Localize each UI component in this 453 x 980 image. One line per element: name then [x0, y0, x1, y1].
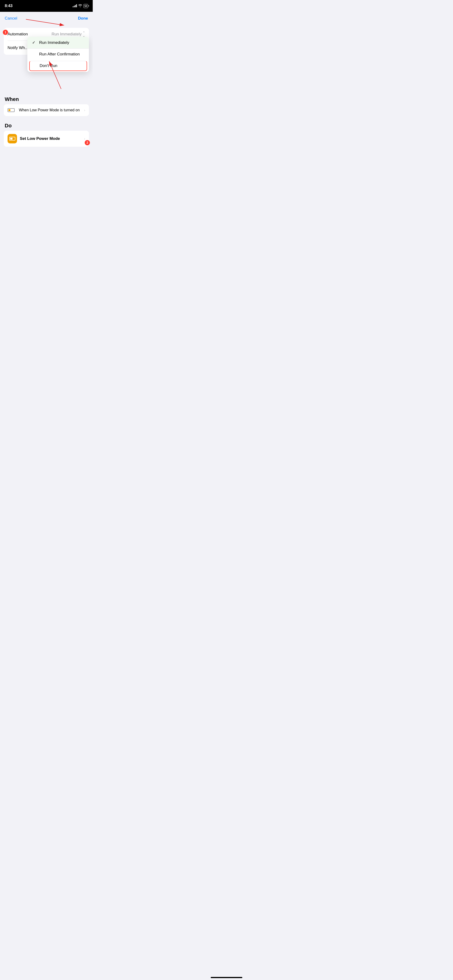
wifi-icon — [78, 4, 82, 8]
do-row[interactable]: Set Low Power Mode › — [4, 130, 89, 147]
chevron-right-icon: › — [84, 108, 85, 112]
do-card: Set Low Power Mode › — [4, 130, 89, 147]
set-low-power-mode-icon — [8, 134, 17, 143]
when-text: When Low Power Mode is turned on — [19, 108, 81, 113]
status-time: 8:43 — [5, 3, 13, 8]
done-button[interactable]: Done — [78, 16, 88, 21]
signal-icon — [73, 5, 77, 7]
page: Cancel Done Automation Run Immediately ⌃… — [0, 12, 93, 201]
do-chevron-right-icon: › — [84, 137, 85, 141]
do-label: Set Low Power Mode — [20, 136, 81, 141]
when-row[interactable]: When Low Power Mode is turned on › — [4, 104, 89, 116]
checkmark-icon: ✓ — [32, 40, 37, 45]
status-bar: 8:43 53 — [0, 0, 93, 12]
dropdown-item-run-immediately[interactable]: ✓ Run Immediately — [27, 37, 89, 48]
when-header: When — [4, 92, 89, 104]
chevron-updown-icon: ⌃⌄ — [83, 31, 85, 37]
automation-label: Automation — [8, 32, 28, 37]
dropdown-run-after-label: Run After Confirmation — [39, 52, 80, 57]
dropdown-item-run-after[interactable]: Run After Confirmation — [27, 48, 89, 60]
status-icons: 53 — [73, 4, 88, 8]
low-power-battery-icon — [8, 108, 16, 113]
step-badge-1: 1 — [3, 30, 8, 35]
do-header: Do — [4, 119, 89, 130]
automation-value-group[interactable]: Run Immediately ⌃⌄ — [51, 31, 85, 37]
dropdown-menu: ✓ Run Immediately Run After Confirmation… — [27, 37, 89, 72]
automation-value: Run Immediately — [51, 32, 81, 37]
dropdown-run-immediately-label: Run Immediately — [39, 40, 69, 45]
nav-bar: Cancel Done — [0, 12, 93, 25]
cancel-button[interactable]: Cancel — [5, 16, 17, 21]
step-badge-2: 2 — [85, 140, 90, 145]
automation-card: Automation Run Immediately ⌃⌄ Notify Wh.… — [4, 28, 89, 55]
dropdown-item-dont-run[interactable]: Don't Run — [29, 61, 87, 71]
dropdown-dont-run-label: Don't Run — [40, 64, 57, 68]
when-card: When Low Power Mode is turned on › — [4, 104, 89, 116]
battery-icon: 53 — [83, 4, 88, 8]
notify-label: Notify Wh... — [8, 46, 28, 50]
